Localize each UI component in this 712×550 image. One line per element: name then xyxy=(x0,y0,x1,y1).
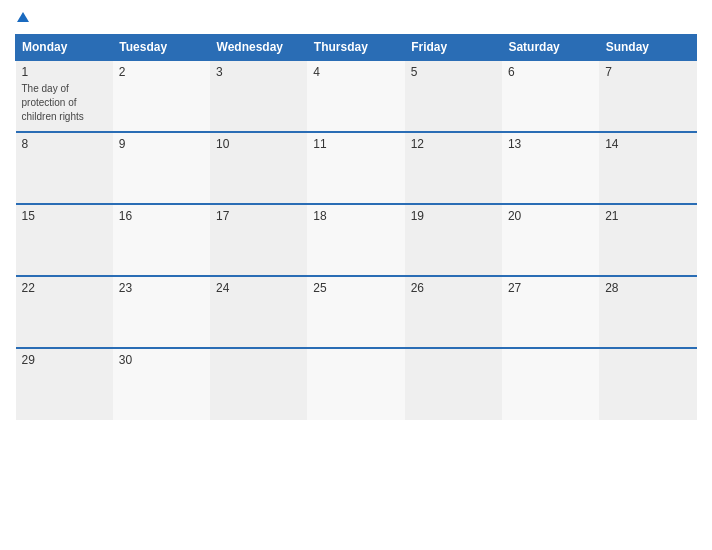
calendar-cell: 20 xyxy=(502,204,599,276)
logo-triangle-icon xyxy=(17,12,29,22)
calendar-page: MondayTuesdayWednesdayThursdayFridaySatu… xyxy=(0,0,712,550)
calendar-cell: 4 xyxy=(307,60,404,132)
calendar-cell: 13 xyxy=(502,132,599,204)
calendar-cell: 9 xyxy=(113,132,210,204)
week-row-5: 2930 xyxy=(16,348,697,420)
week-row-1: 1The day of protection of children right… xyxy=(16,60,697,132)
calendar-cell: 16 xyxy=(113,204,210,276)
weekday-header-wednesday: Wednesday xyxy=(210,35,307,61)
calendar-cell: 6 xyxy=(502,60,599,132)
calendar-cell: 2 xyxy=(113,60,210,132)
day-number: 7 xyxy=(605,65,690,79)
day-number: 10 xyxy=(216,137,301,151)
weekday-header-saturday: Saturday xyxy=(502,35,599,61)
calendar-cell: 3 xyxy=(210,60,307,132)
day-number: 23 xyxy=(119,281,204,295)
calendar-cell: 19 xyxy=(405,204,502,276)
calendar-cell: 17 xyxy=(210,204,307,276)
calendar-cell: 26 xyxy=(405,276,502,348)
day-number: 27 xyxy=(508,281,593,295)
day-number: 25 xyxy=(313,281,398,295)
day-number: 11 xyxy=(313,137,398,151)
logo xyxy=(15,10,29,26)
calendar-cell: 24 xyxy=(210,276,307,348)
calendar-cell: 18 xyxy=(307,204,404,276)
weekday-header-sunday: Sunday xyxy=(599,35,696,61)
calendar-cell: 23 xyxy=(113,276,210,348)
day-number: 9 xyxy=(119,137,204,151)
day-number: 28 xyxy=(605,281,690,295)
day-number: 18 xyxy=(313,209,398,223)
day-number: 6 xyxy=(508,65,593,79)
day-number: 15 xyxy=(22,209,107,223)
calendar-cell: 8 xyxy=(16,132,113,204)
calendar-cell xyxy=(502,348,599,420)
day-number: 29 xyxy=(22,353,107,367)
calendar-cell: 10 xyxy=(210,132,307,204)
day-number: 22 xyxy=(22,281,107,295)
calendar-cell xyxy=(307,348,404,420)
calendar-cell: 11 xyxy=(307,132,404,204)
header xyxy=(15,10,697,26)
calendar-cell: 29 xyxy=(16,348,113,420)
day-number: 1 xyxy=(22,65,107,79)
logo-top-row xyxy=(15,10,29,26)
calendar-cell xyxy=(599,348,696,420)
day-number: 26 xyxy=(411,281,496,295)
weekday-header-row: MondayTuesdayWednesdayThursdayFridaySatu… xyxy=(16,35,697,61)
day-number: 14 xyxy=(605,137,690,151)
calendar-cell: 7 xyxy=(599,60,696,132)
calendar-cell xyxy=(405,348,502,420)
day-number: 20 xyxy=(508,209,593,223)
calendar-cell xyxy=(210,348,307,420)
day-number: 5 xyxy=(411,65,496,79)
weekday-header-monday: Monday xyxy=(16,35,113,61)
day-number: 16 xyxy=(119,209,204,223)
week-row-2: 891011121314 xyxy=(16,132,697,204)
calendar-table: MondayTuesdayWednesdayThursdayFridaySatu… xyxy=(15,34,697,420)
holiday-text: The day of protection of children rights xyxy=(22,83,84,122)
calendar-cell: 15 xyxy=(16,204,113,276)
day-number: 3 xyxy=(216,65,301,79)
calendar-cell: 12 xyxy=(405,132,502,204)
day-number: 12 xyxy=(411,137,496,151)
calendar-cell: 1The day of protection of children right… xyxy=(16,60,113,132)
day-number: 4 xyxy=(313,65,398,79)
weekday-header-tuesday: Tuesday xyxy=(113,35,210,61)
day-number: 8 xyxy=(22,137,107,151)
day-number: 13 xyxy=(508,137,593,151)
calendar-cell: 22 xyxy=(16,276,113,348)
week-row-3: 15161718192021 xyxy=(16,204,697,276)
calendar-cell: 14 xyxy=(599,132,696,204)
day-number: 17 xyxy=(216,209,301,223)
day-number: 21 xyxy=(605,209,690,223)
weekday-header-thursday: Thursday xyxy=(307,35,404,61)
calendar-cell: 30 xyxy=(113,348,210,420)
day-number: 2 xyxy=(119,65,204,79)
day-number: 24 xyxy=(216,281,301,295)
day-number: 19 xyxy=(411,209,496,223)
calendar-cell: 5 xyxy=(405,60,502,132)
calendar-cell: 27 xyxy=(502,276,599,348)
day-number: 30 xyxy=(119,353,204,367)
weekday-header-friday: Friday xyxy=(405,35,502,61)
calendar-cell: 21 xyxy=(599,204,696,276)
week-row-4: 22232425262728 xyxy=(16,276,697,348)
calendar-cell: 25 xyxy=(307,276,404,348)
calendar-cell: 28 xyxy=(599,276,696,348)
